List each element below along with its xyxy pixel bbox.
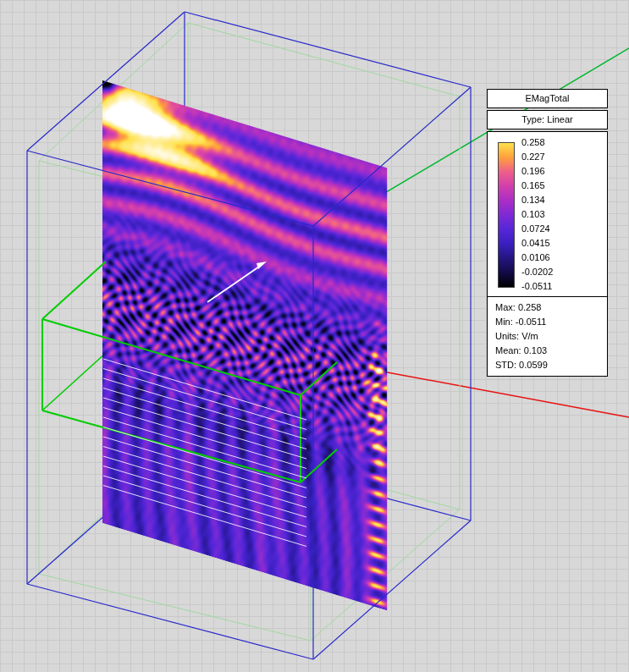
field-legend-panel: EMagTotal Type: Linear 0.2580.2270.1960.… xyxy=(487,89,608,377)
legend-stat: Min: -0.0511 xyxy=(495,315,548,329)
colorbar-tick: 0.0415 xyxy=(521,238,602,249)
colorbar-tick: 0.165 xyxy=(521,180,602,191)
legend-body: 0.2580.2270.1960.1650.1340.1030.07240.04… xyxy=(487,131,608,377)
colorbar-tick: 0.227 xyxy=(521,151,602,162)
legend-divider xyxy=(488,296,607,297)
colorbar-gradient xyxy=(498,142,515,288)
legend-stat: Units: V/m xyxy=(495,329,548,344)
field-slice-plane xyxy=(102,80,387,610)
colorbar-tick: 0.134 xyxy=(521,195,602,206)
colorbar-tick: -0.0202 xyxy=(521,267,602,278)
3d-field-viewport[interactable]: EMagTotal Type: Linear 0.2580.2270.1960.… xyxy=(0,0,629,672)
legend-stat: Mean: 0.103 xyxy=(495,344,548,358)
colorbar-tick: 0.258 xyxy=(521,137,602,148)
colorbar-tick: -0.0511 xyxy=(521,281,602,292)
colorbar-tick: 0.0106 xyxy=(521,252,602,263)
legend-stat: Max: 0.258 xyxy=(495,300,548,315)
legend-scale-type: Type: Linear xyxy=(487,110,608,129)
colorbar-tick: 0.196 xyxy=(521,166,602,177)
legend-title: EMagTotal xyxy=(487,89,608,108)
field-magnitude-heatmap xyxy=(102,80,387,610)
legend-stat: STD: 0.0599 xyxy=(495,358,548,372)
colorbar-tick: 0.0724 xyxy=(521,223,602,234)
colorbar-tick: 0.103 xyxy=(521,209,602,220)
legend-statistics: Max: 0.258Min: -0.0511Units: V/mMean: 0.… xyxy=(495,300,548,372)
